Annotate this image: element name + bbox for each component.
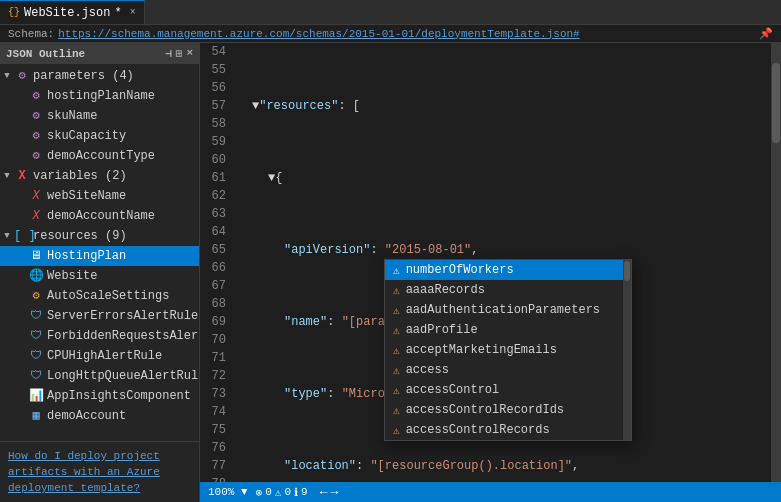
autocomplete-scrollbar[interactable] — [623, 260, 631, 440]
help-text[interactable]: How do I deploy project artifacts with a… — [8, 450, 160, 494]
sidebar-item-appinsights[interactable]: 📊 AppInsightsComponent — [0, 386, 199, 406]
pin-sidebar-icon[interactable]: ⊣ — [165, 47, 172, 60]
line-num-57: 57 — [200, 97, 230, 115]
expand-icon: ▼ — [0, 67, 14, 85]
shield-icon: 🛡 — [28, 307, 44, 325]
fold-indicator[interactable]: ▼ — [268, 169, 275, 187]
fold-indicator[interactable]: ▼ — [252, 97, 259, 115]
autocomplete-item-acceptmarketing[interactable]: ⚠ acceptMarketingEmails — [385, 340, 631, 360]
scrollbar-thumb[interactable] — [772, 63, 780, 143]
sidebar-item-label: variables (2) — [33, 167, 195, 185]
x-icon: X — [14, 167, 30, 185]
line-num-69: 69 — [200, 313, 230, 331]
schema-url[interactable]: https://schema.management.azure.com/sche… — [58, 28, 580, 40]
autocomplete-item-label: numberOfWorkers — [406, 263, 514, 277]
sidebar-header-actions[interactable]: ⊣ ⊞ × — [165, 47, 193, 60]
warning-icon: ⚠ — [393, 344, 400, 357]
dock-icon[interactable]: ⊞ — [176, 47, 183, 60]
autocomplete-item-access[interactable]: ⚠ access — [385, 360, 631, 380]
autocomplete-item-numberOfWorkers[interactable]: ⚠ numberOfWorkers — [385, 260, 631, 280]
autocomplete-item-aaaarecords[interactable]: ⚠ aaaaRecords — [385, 280, 631, 300]
sidebar-item-skuname[interactable]: ⚙ skuName — [0, 106, 199, 126]
schema-label: Schema: — [8, 28, 54, 40]
sidebar-item-cpuhigh[interactable]: 🛡 CPUHighAlertRule — [0, 346, 199, 366]
expand-icon: ▼ — [0, 167, 14, 185]
line-num-62: 62 — [200, 187, 230, 205]
autocomplete-item-accesscontrol[interactable]: ⚠ accessControl — [385, 380, 631, 400]
zoom-level[interactable]: 100% ▼ — [208, 486, 248, 498]
autocomplete-item-label: aaaaRecords — [406, 283, 485, 297]
sidebar-item-forbiddenrequests[interactable]: 🛡 ForbiddenRequestsAlertRule — [0, 326, 199, 346]
x-icon: X — [28, 207, 44, 225]
sidebar-item-website[interactable]: 🌐 Website — [0, 266, 199, 286]
table-icon: ▦ — [28, 407, 44, 425]
sidebar-item-parameters[interactable]: ▼ ⚙ parameters (4) — [0, 66, 199, 86]
gear-icon: ⚙ — [28, 87, 44, 105]
sidebar-item-label: demoAccountName — [47, 207, 195, 225]
autocomplete-scrollbar-thumb — [624, 261, 630, 281]
sidebar-item-label: AutoScaleSettings — [47, 287, 195, 305]
sidebar-item-longhttpqueue[interactable]: 🛡 LongHttpQueueAlertRule — [0, 366, 199, 386]
line-num-67: 67 — [200, 277, 230, 295]
server-icon: 🖥 — [28, 247, 44, 265]
sidebar-item-label: AppInsightsComponent — [47, 387, 195, 405]
warning-icon: ⚠ — [275, 486, 282, 499]
gear-icon: ⚙ — [14, 67, 30, 85]
editor: 54 55 56 57 58 59 60 61 62 63 64 65 66 6… — [200, 43, 781, 502]
line-num-66: 66 — [200, 259, 230, 277]
autocomplete-item-aadprofile[interactable]: ⚠ aadProfile — [385, 320, 631, 340]
chart-icon: 📊 — [28, 387, 44, 405]
shield-icon: 🛡 — [28, 367, 44, 385]
autocomplete-item-accesscontrolrecordids[interactable]: ⚠ accessControlRecordIds — [385, 400, 631, 420]
sidebar-item-demoaccounttype[interactable]: ⚙ demoAccountType — [0, 146, 199, 166]
sidebar-item-label: hostingPlanName — [47, 87, 195, 105]
sidebar-help-link[interactable]: How do I deploy project artifacts with a… — [0, 441, 199, 502]
warning-value: 0 — [284, 486, 291, 498]
code-line-56: "apiVersion": "2015-08-01", — [244, 241, 771, 259]
line-num-65: 65 — [200, 241, 230, 259]
warning-icon: ⚠ — [393, 384, 400, 397]
sidebar-item-label: demoAccountType — [47, 147, 195, 165]
sidebar: JSON Outline ⊣ ⊞ × ▼ ⚙ parameters (4) ⚙ … — [0, 43, 200, 502]
sidebar-item-hostingplanname[interactable]: ⚙ hostingPlanName — [0, 86, 199, 106]
sidebar-item-label: ServerErrorsAlertRule — [47, 307, 198, 325]
sidebar-item-servererrors[interactable]: 🛡 ServerErrorsAlertRule — [0, 306, 199, 326]
code-line-55: ▼ { — [244, 169, 771, 187]
sidebar-item-variables[interactable]: ▼ X variables (2) — [0, 166, 199, 186]
sidebar-item-demoaccount[interactable]: ▦ demoAccount — [0, 406, 199, 426]
editor-vertical-scrollbar[interactable] — [771, 43, 781, 482]
error-count: ⊗ 0 ⚠ 0 ℹ 9 — [256, 486, 308, 499]
close-sidebar-icon[interactable]: × — [186, 47, 193, 60]
line-num-58: 58 — [200, 115, 230, 133]
info-icon: ℹ — [294, 486, 298, 499]
autocomplete-item-label: aadProfile — [406, 323, 478, 337]
sidebar-item-hostingplan[interactable]: 🖥 HostingPlan — [0, 246, 199, 266]
nav-right-arrow[interactable]: → — [331, 485, 339, 500]
autocomplete-item-accesscontrolrecords[interactable]: ⚠ accessControlRecords — [385, 420, 631, 440]
nav-left-arrow[interactable]: ← — [320, 485, 328, 500]
tab-website-json[interactable]: {} WebSite.json * × — [0, 0, 145, 24]
line-num-78: 78 — [200, 475, 230, 482]
schema-bar: Schema: https://schema.management.azure.… — [0, 25, 781, 43]
expand-icon: ▼ — [0, 227, 14, 245]
sidebar-item-demoaccountname[interactable]: X demoAccountName — [0, 206, 199, 226]
sidebar-item-websitename[interactable]: X webSiteName — [0, 186, 199, 206]
sidebar-item-skucapacity[interactable]: ⚙ skuCapacity — [0, 126, 199, 146]
pin-icon[interactable]: 📌 — [759, 27, 773, 40]
warning-icon: ⚠ — [393, 364, 400, 377]
tab-close-button[interactable]: × — [130, 7, 136, 18]
sidebar-item-label: resources (9) — [33, 227, 195, 245]
x-icon: X — [28, 187, 44, 205]
code-area[interactable]: ▼ "resources": [ ▼ { "apiVersion": "2015… — [236, 43, 771, 482]
sidebar-item-label: skuName — [47, 107, 195, 125]
line-num-72: 72 — [200, 367, 230, 385]
zoom-dropdown-icon[interactable]: ▼ — [241, 486, 248, 498]
autocomplete-item-aadauth[interactable]: ⚠ aadAuthenticationParameters — [385, 300, 631, 320]
globe-icon: 🌐 — [28, 267, 44, 285]
line-num-73: 73 — [200, 385, 230, 403]
sidebar-item-resources[interactable]: ▼ [ ] resources (9) — [0, 226, 199, 246]
tab-bar: {} WebSite.json * × — [0, 0, 781, 25]
sidebar-item-autoscalesettings[interactable]: ⚙ AutoScaleSettings — [0, 286, 199, 306]
line-num-76: 76 — [200, 439, 230, 457]
line-num-77: 77 — [200, 457, 230, 475]
